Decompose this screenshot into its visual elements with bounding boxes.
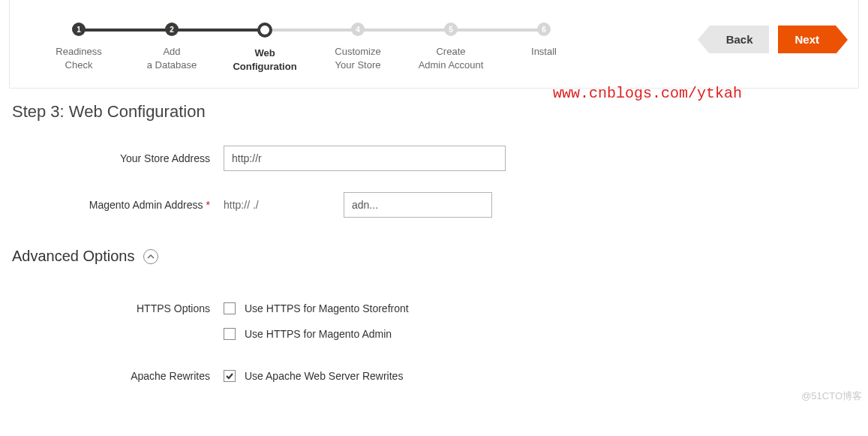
apache-rewrites-label: Apache Rewrites bbox=[12, 370, 224, 382]
store-address-input[interactable] bbox=[224, 146, 506, 171]
step-connector bbox=[79, 29, 172, 32]
advanced-options-title: Advanced Options bbox=[12, 248, 134, 265]
page-title: Step 3: Web Configuration bbox=[12, 102, 856, 122]
back-button[interactable]: Back bbox=[710, 26, 770, 53]
admin-address-prefix: http:// ./ bbox=[224, 194, 344, 215]
apache-rewrites-option-label: Use Apache Web Server Rewrites bbox=[245, 370, 403, 382]
step-label: Readiness Check bbox=[56, 45, 101, 71]
admin-address-row: Magento Admin Address* http:// ./ bbox=[12, 192, 856, 218]
step-number-4: 4 bbox=[351, 23, 365, 36]
step-connector bbox=[358, 29, 451, 32]
step-label: Web Configuration bbox=[233, 47, 296, 73]
store-address-label: Your Store Address bbox=[12, 152, 224, 164]
required-asterisk: * bbox=[206, 199, 210, 211]
step-connector bbox=[172, 29, 265, 32]
step-number-3-current: 3 bbox=[257, 23, 272, 38]
https-storefront-checkbox[interactable] bbox=[224, 302, 236, 314]
admin-path-input[interactable] bbox=[344, 192, 492, 218]
advanced-options-header[interactable]: Advanced Options bbox=[12, 248, 856, 265]
https-options-row: HTTPS Options Use HTTPS for Magento Stor… bbox=[12, 302, 856, 370]
next-button[interactable]: Next bbox=[778, 26, 836, 53]
step-progress: 1 Readiness Check 2 Add a Database 3 Web… bbox=[32, 23, 710, 73]
https-admin-checkbox[interactable] bbox=[224, 328, 236, 340]
watermark-url: www.cnblogs.com/ytkah bbox=[553, 85, 742, 102]
step-label: Add a Database bbox=[147, 45, 197, 71]
step-number-6: 6 bbox=[537, 23, 551, 36]
step-number-5: 5 bbox=[444, 23, 458, 36]
store-address-row: Your Store Address bbox=[12, 146, 856, 171]
apache-rewrites-row: Apache Rewrites Use Apache Web Server Re… bbox=[12, 370, 856, 382]
step-label: Customize Your Store bbox=[335, 45, 380, 71]
step-number-1: 1 bbox=[72, 23, 86, 36]
step-number-2: 2 bbox=[165, 23, 179, 36]
step-readiness-check[interactable]: 1 Readiness Check bbox=[32, 23, 125, 71]
bottom-watermark: @51CTO博客 bbox=[801, 389, 862, 403]
https-storefront-row: Use HTTPS for Magento Storefront bbox=[224, 302, 409, 314]
admin-address-label: Magento Admin Address* bbox=[12, 199, 224, 211]
chevron-up-icon[interactable] bbox=[143, 249, 158, 264]
step-connector bbox=[451, 29, 544, 32]
step-label: Install bbox=[531, 45, 557, 59]
step-label: Create Admin Account bbox=[419, 45, 484, 71]
wizard-header: 1 Readiness Check 2 Add a Database 3 Web… bbox=[9, 0, 859, 89]
apache-rewrites-checkbox[interactable] bbox=[224, 370, 236, 382]
https-admin-row: Use HTTPS for Magento Admin bbox=[224, 328, 409, 340]
page-body: Step 3: Web Configuration Your Store Add… bbox=[0, 89, 868, 412]
https-admin-label: Use HTTPS for Magento Admin bbox=[245, 328, 392, 340]
https-storefront-label: Use HTTPS for Magento Storefront bbox=[245, 302, 409, 314]
step-connector bbox=[265, 29, 358, 32]
wizard-nav-buttons: Back Next bbox=[710, 26, 836, 53]
https-options-label: HTTPS Options bbox=[12, 302, 224, 314]
